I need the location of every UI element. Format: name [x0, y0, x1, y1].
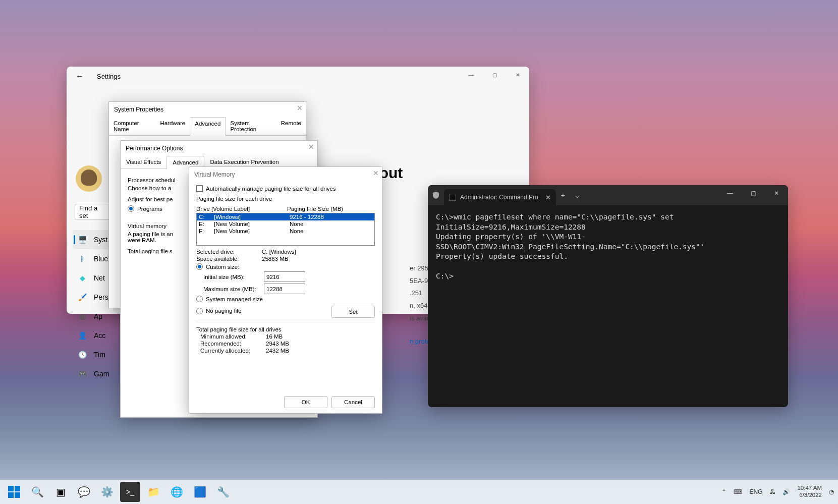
tab[interactable]: Hardware	[155, 117, 190, 135]
cancel-button[interactable]: Cancel	[331, 396, 375, 408]
nav-label: Acc	[94, 331, 105, 340]
tab-dropdown-icon[interactable]: ⌵	[570, 191, 584, 199]
nav-label: Net	[94, 274, 105, 282]
taskbar: 🔍 ▣ 💬 ⚙️ >_ 📁 🌐 🟦 🔧 ⌃ ⌨ ENG 🖧 🔊 10:47 AM…	[0, 480, 838, 504]
terminal-tab[interactable]: Administrator: Command Pro ✕	[444, 189, 556, 205]
set-button[interactable]: Set	[331, 306, 375, 318]
nav-icon: 🖥️	[78, 235, 87, 244]
settings-icon[interactable]: ⚙️	[97, 482, 117, 502]
each-drive-label: Paging file size for each drive	[196, 196, 375, 202]
search-input[interactable]: Find a set	[75, 204, 113, 220]
shield-icon	[432, 191, 440, 199]
close-button[interactable]: ✕	[765, 185, 788, 201]
virtual-memory-dialog: Virtual Memory ✕ Automatically manage pa…	[189, 166, 382, 414]
nav-icon: ᛒ	[78, 254, 87, 263]
nav-label: Tim	[94, 351, 105, 359]
drive-row[interactable]: F:[New Volume]None	[197, 228, 374, 235]
tab[interactable]: Computer Name	[109, 117, 155, 135]
network-icon[interactable]: 🖧	[769, 488, 775, 495]
back-icon[interactable]: ←	[76, 72, 84, 81]
total-title: Total paging file size for all drives	[196, 326, 375, 332]
notifications-icon[interactable]: ◔	[829, 488, 834, 495]
nav-label: Pers	[94, 293, 108, 301]
app-icon-2[interactable]: 🔧	[213, 482, 233, 502]
explorer-icon[interactable]: 📁	[143, 482, 163, 502]
nav-label: Syst	[94, 236, 107, 244]
tab[interactable]: Remote	[276, 117, 306, 135]
nav-icon: ◆	[78, 273, 87, 283]
cmd-icon	[449, 194, 456, 201]
keyboard-icon[interactable]: ⌨	[734, 488, 742, 495]
drive-row[interactable]: E:[New Volume]None	[197, 220, 374, 228]
nav-label: Ap	[94, 312, 102, 320]
terminal-output[interactable]: C:\>wmic pagefileset where name="C:\\pag…	[428, 205, 788, 289]
drive-list[interactable]: C:[Windows]9216 - 12288E:[New Volume]Non…	[196, 213, 375, 246]
minimize-button[interactable]: —	[718, 185, 742, 201]
maximize-button[interactable]: ▢	[742, 185, 765, 201]
close-button[interactable]: ✕	[506, 67, 529, 83]
dialog-title: Performance Options	[121, 141, 317, 156]
tray-chevron-icon[interactable]: ⌃	[721, 488, 727, 495]
nav-icon: 🕓	[78, 350, 87, 359]
app-icon[interactable]: 🟦	[190, 482, 210, 502]
close-icon[interactable]: ✕	[308, 143, 314, 151]
maximize-button[interactable]: ▢	[483, 67, 506, 83]
avatar[interactable]	[76, 165, 102, 192]
nav-label: Gam	[94, 370, 109, 378]
search-icon[interactable]: 🔍	[27, 482, 47, 502]
close-icon[interactable]: ✕	[373, 169, 379, 177]
dialog-title: Virtual Memory	[189, 167, 382, 182]
tab[interactable]: System Protection	[226, 117, 276, 135]
language-indicator[interactable]: ENG	[749, 488, 762, 495]
nav-icon: 👤	[78, 331, 87, 340]
auto-manage-checkbox[interactable]: Automatically manage paging file size fo…	[196, 185, 375, 192]
minimize-button[interactable]: —	[460, 67, 483, 83]
radio-no-paging[interactable]: No paging file	[196, 308, 331, 314]
dialog-title: System Properties	[109, 102, 306, 117]
tab[interactable]: Advanced	[190, 117, 226, 136]
sysprops-tabs: Computer NameHardwareAdvancedSystem Prot…	[109, 117, 306, 136]
start-button[interactable]	[4, 482, 24, 502]
drive-row[interactable]: C:[Windows]9216 - 12288	[197, 213, 374, 220]
close-icon[interactable]: ✕	[297, 104, 303, 112]
volume-icon[interactable]: 🔊	[783, 488, 790, 495]
taskview-icon[interactable]: ▣	[50, 482, 71, 502]
maximum-size-input[interactable]	[264, 284, 305, 294]
tab-close-icon[interactable]: ✕	[545, 194, 551, 201]
nav-label: Blue	[94, 255, 108, 263]
tab[interactable]: Visual Effects	[121, 156, 166, 169]
terminal-icon[interactable]: >_	[120, 482, 140, 502]
nav-icon: 🎮	[78, 369, 87, 378]
chat-icon[interactable]: 💬	[74, 482, 94, 502]
terminal-window: Administrator: Command Pro ✕ + ⌵ — ▢ ✕ C…	[428, 185, 788, 407]
radio-custom-size[interactable]: Custom size:	[196, 263, 375, 270]
clock[interactable]: 10:47 AM 6/3/2022	[797, 485, 822, 499]
new-tab-button[interactable]: +	[556, 191, 570, 199]
nav-icon: 🖌️	[78, 293, 87, 302]
initial-size-input[interactable]	[264, 271, 305, 282]
nav-icon: ▦	[78, 312, 87, 321]
radio-system-managed[interactable]: System managed size	[196, 296, 375, 302]
ok-button[interactable]: OK	[284, 396, 327, 408]
edge-icon[interactable]: 🌐	[166, 482, 187, 502]
settings-title: Settings	[97, 73, 121, 80]
